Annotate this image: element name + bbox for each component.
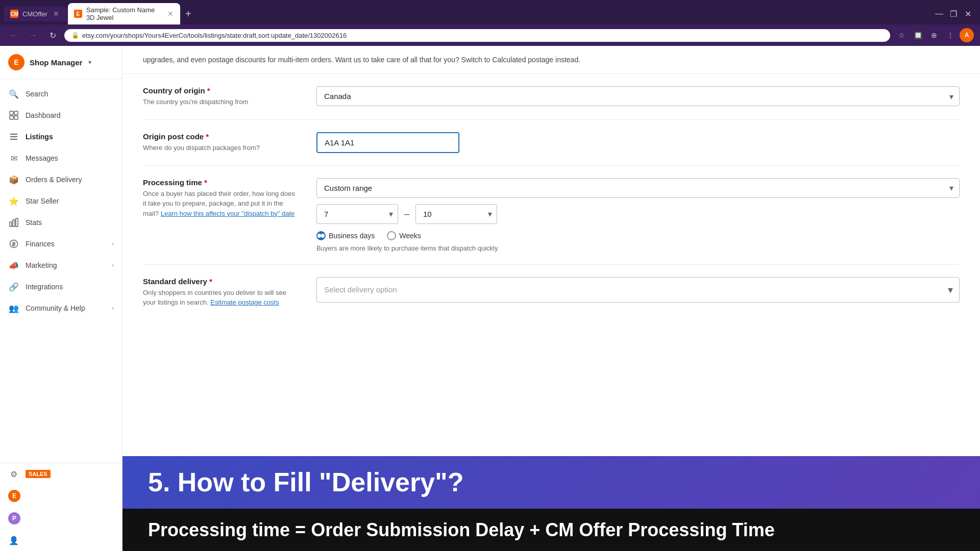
svg-rect-7	[10, 222, 12, 227]
nav-actions: ☆ 🔲 ⊕ ⋮ A	[894, 28, 974, 42]
form-container: Country of origin * The country you're d…	[122, 74, 980, 320]
sidebar-user-item[interactable]: E	[0, 485, 122, 507]
integrations-icon: 🔗	[8, 281, 19, 292]
custom-range-select-wrapper: Custom range 1–3 business days 3–5 busin…	[316, 178, 960, 198]
postcode-control-area	[316, 132, 960, 153]
radio-weeks[interactable]: Weeks	[387, 231, 421, 240]
community-arrow-icon: ›	[112, 305, 114, 312]
tab-close-etsy[interactable]: ✕	[167, 9, 174, 18]
sidebar-item-star-seller[interactable]: ⭐ Star Seller	[0, 190, 122, 212]
tab-close-cmoffer[interactable]: ✕	[52, 9, 61, 18]
range-min-select[interactable]: 7 1234568910	[316, 204, 398, 224]
processing-time-link[interactable]: Learn how this affects your "dispatch by…	[161, 210, 295, 217]
sidebar-title-arrow: ▾	[88, 59, 91, 66]
range-min-wrapper: 7 1234568910 ▾	[316, 204, 398, 224]
extension-icon[interactable]: 🔲	[911, 28, 925, 42]
sidebar-item-stats[interactable]: Stats	[0, 212, 122, 233]
menu-icon[interactable]: ⋮	[943, 28, 958, 42]
origin-postcode-row: Origin post code * Where do you dispatch…	[143, 120, 960, 166]
refresh-button[interactable]: ↻	[45, 28, 60, 43]
sidebar-item-integrations[interactable]: 🔗 Integrations	[0, 276, 122, 297]
delivery-control-area: Select delivery option ▾	[316, 277, 960, 303]
sidebar-header: E Shop Manager ▾	[0, 46, 122, 79]
sidebar-label-marketing: Marketing	[26, 261, 106, 269]
tab-etsy[interactable]: E Sample: Custom Name 3D Jewel ✕	[68, 3, 180, 24]
country-select-wrapper: Canada United States United Kingdom ▾	[316, 86, 960, 106]
browser-chrome: CM CMOffer ✕ E Sample: Custom Name 3D Je…	[0, 0, 980, 46]
url-text: etsy.com/your/shops/Yours4EverCo/tools/l…	[82, 32, 883, 39]
back-button[interactable]: ←	[6, 28, 21, 43]
sidebar-bottom: ⚙ SALES E P 👤	[0, 463, 122, 551]
search-icon: 🔍	[8, 88, 19, 99]
processing-required-star: *	[204, 178, 207, 187]
sidebar-item-orders[interactable]: 📦 Orders & Delivery	[0, 169, 122, 190]
gear-icon: ⚙	[8, 468, 19, 480]
sidebar-label-star-seller: Star Seller	[26, 197, 114, 205]
range-dash: –	[404, 209, 409, 219]
tab-add-button[interactable]: +	[181, 7, 195, 21]
delivery-dropdown-arrow-icon: ▾	[948, 284, 953, 296]
sidebar-label-stats: Stats	[26, 218, 114, 227]
messages-icon: ✉	[8, 153, 19, 164]
svg-rect-3	[14, 116, 18, 119]
country-desc: The country you're dispatching from	[143, 97, 296, 107]
person-icon: 👤	[8, 535, 19, 546]
banner-subtitle: Processing time = Order Submission Delay…	[148, 519, 954, 541]
delivery-desc: Only shoppers in countries you deliver t…	[143, 288, 296, 308]
sidebar-item-finances[interactable]: Finances ›	[0, 233, 122, 255]
sidebar: E Shop Manager ▾ 🔍 Search Dashboard List…	[0, 46, 122, 551]
sidebar-label-messages: Messages	[26, 154, 114, 162]
tab-favicon-etsy: E	[74, 10, 82, 18]
radio-business-days[interactable]: Business days	[316, 231, 375, 240]
postcode-required-star: *	[206, 132, 209, 141]
country-select[interactable]: Canada United States United Kingdom	[316, 86, 960, 106]
country-control-area: Canada United States United Kingdom ▾	[316, 86, 960, 106]
processing-control-area: Custom range 1–3 business days 3–5 busin…	[316, 178, 960, 252]
marketing-arrow-icon: ›	[112, 262, 114, 269]
tab-cmoffer[interactable]: CM CMOffer ✕	[4, 6, 67, 21]
tab-ctrl-restore[interactable]: ❐	[947, 8, 960, 20]
sidebar-user-p-item[interactable]: P	[0, 507, 122, 530]
range-max-select[interactable]: 10 89111214	[415, 204, 497, 224]
standard-delivery-row: Standard delivery * Only shoppers in cou…	[143, 265, 960, 320]
forward-button[interactable]: →	[26, 28, 41, 43]
user-avatar-button[interactable]: A	[960, 28, 974, 42]
tab-ctrl-minimize[interactable]: —	[933, 8, 945, 20]
tab-controls: — ❐ ✕	[933, 8, 976, 20]
custom-range-select[interactable]: Custom range 1–3 business days 3–5 busin…	[316, 178, 960, 198]
sidebar-item-listings[interactable]: Listings	[0, 126, 122, 147]
estimate-postage-link[interactable]: Estimate postage costs	[210, 298, 279, 306]
sidebar-label-finances: Finances	[26, 240, 106, 248]
tab-ctrl-close[interactable]: ✕	[962, 8, 974, 20]
app-layout: E Shop Manager ▾ 🔍 Search Dashboard List…	[0, 46, 980, 551]
sales-badge: SALES	[26, 470, 51, 478]
main-content: upgrades, and even postage discounts for…	[122, 46, 980, 551]
url-bar[interactable]: 🔒 etsy.com/your/shops/Yours4EverCo/tools…	[64, 29, 890, 42]
sidebar-title: Shop Manager	[30, 58, 82, 67]
sidebar-settings-item[interactable]: ⚙ SALES	[0, 463, 122, 485]
svg-rect-9	[16, 218, 18, 227]
delivery-dropdown[interactable]: Select delivery option ▾	[316, 277, 960, 303]
sidebar-item-search[interactable]: 🔍 Search	[0, 83, 122, 105]
sidebar-account-item[interactable]: 👤	[0, 530, 122, 551]
sidebar-item-messages[interactable]: ✉ Messages	[0, 147, 122, 169]
sidebar-item-community[interactable]: 👥 Community & Help ›	[0, 297, 122, 319]
svg-rect-1	[14, 111, 18, 115]
marketing-icon: 📣	[8, 260, 19, 271]
svg-rect-2	[10, 116, 13, 119]
country-label-area: Country of origin * The country you're d…	[143, 86, 296, 107]
sidebar-logo: E	[8, 54, 24, 70]
sidebar-label-integrations: Integrations	[26, 283, 114, 291]
sidebar-nav: 🔍 Search Dashboard Listings ✉ Messages	[0, 79, 122, 323]
processing-desc: Once a buyer has placed their order, how…	[143, 189, 296, 219]
sidebar-item-dashboard[interactable]: Dashboard	[0, 105, 122, 126]
postcode-label-area: Origin post code * Where do you dispatch…	[143, 132, 296, 153]
sidebar-item-marketing[interactable]: 📣 Marketing ›	[0, 255, 122, 276]
radio-weeks-circle	[387, 231, 396, 240]
bookmark-icon[interactable]: ☆	[894, 28, 909, 42]
profile-icon[interactable]: ⊕	[927, 28, 941, 42]
banner-black: Processing time = Order Submission Delay…	[122, 509, 980, 551]
stats-icon	[8, 217, 19, 228]
sidebar-label-dashboard: Dashboard	[26, 111, 114, 119]
postcode-input[interactable]	[316, 132, 459, 153]
